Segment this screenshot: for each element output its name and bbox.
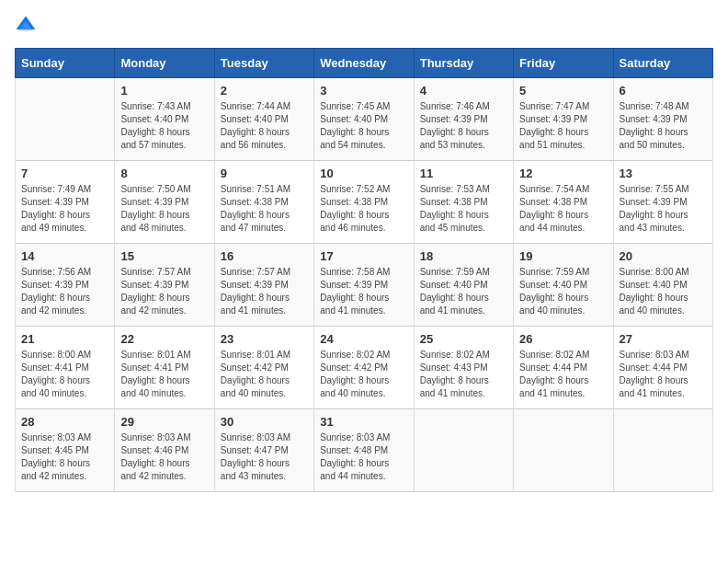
- cell-info: Sunrise: 8:01 AM Sunset: 4:42 PM Dayligh…: [221, 349, 308, 400]
- calendar-cell: 13Sunrise: 7:55 AM Sunset: 4:39 PM Dayli…: [613, 161, 712, 244]
- calendar-table: SundayMondayTuesdayWednesdayThursdayFrid…: [15, 48, 713, 492]
- calendar-header-row: SundayMondayTuesdayWednesdayThursdayFrid…: [16, 49, 713, 78]
- cell-info: Sunrise: 7:54 AM Sunset: 4:38 PM Dayligh…: [519, 183, 607, 235]
- cell-info: Sunrise: 7:47 AM Sunset: 4:39 PM Dayligh…: [519, 100, 607, 152]
- column-header-monday: Monday: [115, 49, 214, 78]
- cell-info: Sunrise: 7:48 AM Sunset: 4:39 PM Dayligh…: [620, 100, 707, 152]
- cell-info: Sunrise: 7:55 AM Sunset: 4:39 PM Dayligh…: [620, 183, 707, 235]
- day-number: 14: [21, 249, 108, 263]
- day-number: 22: [120, 332, 208, 346]
- calendar-cell: 30Sunrise: 8:03 AM Sunset: 4:47 PM Dayli…: [214, 409, 313, 492]
- cell-info: Sunrise: 7:59 AM Sunset: 4:40 PM Dayligh…: [519, 266, 607, 317]
- cell-info: Sunrise: 8:02 AM Sunset: 4:42 PM Dayligh…: [320, 349, 407, 400]
- column-header-sunday: Sunday: [16, 49, 115, 78]
- logo-icon: [15, 15, 37, 37]
- calendar-cell: 6Sunrise: 7:48 AM Sunset: 4:39 PM Daylig…: [613, 78, 712, 161]
- day-number: 27: [620, 332, 707, 346]
- day-number: 19: [519, 249, 607, 263]
- calendar-week-row: 14Sunrise: 7:56 AM Sunset: 4:39 PM Dayli…: [16, 244, 713, 327]
- calendar-cell: [16, 78, 115, 161]
- calendar-cell: [514, 409, 613, 492]
- calendar-cell: 11Sunrise: 7:53 AM Sunset: 4:38 PM Dayli…: [414, 161, 513, 244]
- calendar-cell: 23Sunrise: 8:01 AM Sunset: 4:42 PM Dayli…: [214, 327, 313, 409]
- day-number: 18: [420, 249, 507, 263]
- day-number: 30: [221, 415, 308, 429]
- cell-info: Sunrise: 7:52 AM Sunset: 4:38 PM Dayligh…: [320, 183, 407, 235]
- column-header-wednesday: Wednesday: [314, 49, 414, 78]
- calendar-cell: 16Sunrise: 7:57 AM Sunset: 4:39 PM Dayli…: [214, 244, 313, 327]
- cell-info: Sunrise: 7:51 AM Sunset: 4:38 PM Dayligh…: [221, 183, 308, 235]
- calendar-cell: 4Sunrise: 7:46 AM Sunset: 4:39 PM Daylig…: [414, 78, 513, 161]
- cell-info: Sunrise: 8:03 AM Sunset: 4:47 PM Dayligh…: [221, 431, 308, 483]
- day-number: 24: [320, 332, 407, 346]
- calendar-cell: 24Sunrise: 8:02 AM Sunset: 4:42 PM Dayli…: [314, 327, 414, 409]
- calendar-cell: 31Sunrise: 8:03 AM Sunset: 4:48 PM Dayli…: [314, 409, 414, 492]
- day-number: 23: [221, 332, 308, 346]
- day-number: 2: [221, 84, 308, 98]
- day-number: 10: [320, 167, 407, 180]
- calendar-cell: 26Sunrise: 8:02 AM Sunset: 4:44 PM Dayli…: [514, 327, 613, 409]
- day-number: 12: [519, 167, 607, 180]
- day-number: 25: [420, 332, 507, 346]
- calendar-cell: [414, 409, 513, 492]
- calendar-cell: 17Sunrise: 7:58 AM Sunset: 4:39 PM Dayli…: [314, 244, 414, 327]
- cell-info: Sunrise: 7:44 AM Sunset: 4:40 PM Dayligh…: [221, 100, 308, 152]
- cell-info: Sunrise: 7:49 AM Sunset: 4:39 PM Dayligh…: [21, 183, 108, 235]
- cell-info: Sunrise: 7:57 AM Sunset: 4:39 PM Dayligh…: [120, 266, 208, 317]
- calendar-cell: 8Sunrise: 7:50 AM Sunset: 4:39 PM Daylig…: [115, 161, 214, 244]
- calendar-cell: 14Sunrise: 7:56 AM Sunset: 4:39 PM Dayli…: [16, 244, 115, 327]
- calendar-cell: 15Sunrise: 7:57 AM Sunset: 4:39 PM Dayli…: [115, 244, 214, 327]
- day-number: 9: [221, 167, 308, 180]
- cell-info: Sunrise: 8:03 AM Sunset: 4:44 PM Dayligh…: [620, 349, 707, 400]
- day-number: 28: [21, 415, 108, 429]
- calendar-cell: 19Sunrise: 7:59 AM Sunset: 4:40 PM Dayli…: [514, 244, 613, 327]
- calendar-cell: 22Sunrise: 8:01 AM Sunset: 4:41 PM Dayli…: [115, 327, 214, 409]
- calendar-cell: 1Sunrise: 7:43 AM Sunset: 4:40 PM Daylig…: [115, 78, 214, 161]
- calendar-cell: 3Sunrise: 7:45 AM Sunset: 4:40 PM Daylig…: [314, 78, 414, 161]
- calendar-cell: 12Sunrise: 7:54 AM Sunset: 4:38 PM Dayli…: [514, 161, 613, 244]
- day-number: 5: [519, 84, 607, 98]
- calendar-cell: 18Sunrise: 7:59 AM Sunset: 4:40 PM Dayli…: [414, 244, 513, 327]
- cell-info: Sunrise: 7:50 AM Sunset: 4:39 PM Dayligh…: [120, 183, 208, 235]
- calendar-week-row: 7Sunrise: 7:49 AM Sunset: 4:39 PM Daylig…: [16, 161, 713, 244]
- cell-info: Sunrise: 7:53 AM Sunset: 4:38 PM Dayligh…: [420, 183, 507, 235]
- cell-info: Sunrise: 8:00 AM Sunset: 4:40 PM Dayligh…: [620, 266, 707, 317]
- calendar-week-row: 21Sunrise: 8:00 AM Sunset: 4:41 PM Dayli…: [16, 327, 713, 409]
- calendar-cell: 21Sunrise: 8:00 AM Sunset: 4:41 PM Dayli…: [16, 327, 115, 409]
- column-header-saturday: Saturday: [613, 49, 712, 78]
- calendar-week-row: 1Sunrise: 7:43 AM Sunset: 4:40 PM Daylig…: [16, 78, 713, 161]
- calendar-cell: 10Sunrise: 7:52 AM Sunset: 4:38 PM Dayli…: [314, 161, 414, 244]
- cell-info: Sunrise: 8:01 AM Sunset: 4:41 PM Dayligh…: [120, 349, 208, 400]
- cell-info: Sunrise: 8:03 AM Sunset: 4:48 PM Dayligh…: [320, 431, 407, 483]
- column-header-thursday: Thursday: [414, 49, 513, 78]
- calendar-cell: 2Sunrise: 7:44 AM Sunset: 4:40 PM Daylig…: [214, 78, 313, 161]
- cell-info: Sunrise: 8:03 AM Sunset: 4:45 PM Dayligh…: [21, 431, 108, 483]
- day-number: 20: [620, 249, 707, 263]
- calendar-cell: [613, 409, 712, 492]
- calendar-cell: 20Sunrise: 8:00 AM Sunset: 4:40 PM Dayli…: [613, 244, 712, 327]
- day-number: 7: [21, 167, 108, 180]
- page-header: [15, 15, 713, 37]
- day-number: 15: [120, 249, 208, 263]
- calendar-cell: 28Sunrise: 8:03 AM Sunset: 4:45 PM Dayli…: [16, 409, 115, 492]
- cell-info: Sunrise: 8:03 AM Sunset: 4:46 PM Dayligh…: [120, 431, 208, 483]
- day-number: 31: [320, 415, 407, 429]
- day-number: 11: [420, 167, 507, 180]
- calendar-week-row: 28Sunrise: 8:03 AM Sunset: 4:45 PM Dayli…: [16, 409, 713, 492]
- day-number: 1: [120, 84, 208, 98]
- cell-info: Sunrise: 8:00 AM Sunset: 4:41 PM Dayligh…: [21, 349, 108, 400]
- calendar-cell: 9Sunrise: 7:51 AM Sunset: 4:38 PM Daylig…: [214, 161, 313, 244]
- day-number: 6: [620, 84, 707, 98]
- calendar-cell: 5Sunrise: 7:47 AM Sunset: 4:39 PM Daylig…: [514, 78, 613, 161]
- day-number: 29: [120, 415, 208, 429]
- cell-info: Sunrise: 7:57 AM Sunset: 4:39 PM Dayligh…: [221, 266, 308, 317]
- cell-info: Sunrise: 7:45 AM Sunset: 4:40 PM Dayligh…: [320, 100, 407, 152]
- day-number: 26: [519, 332, 607, 346]
- column-header-friday: Friday: [514, 49, 613, 78]
- day-number: 4: [420, 84, 507, 98]
- cell-info: Sunrise: 7:56 AM Sunset: 4:39 PM Dayligh…: [21, 266, 108, 317]
- calendar-cell: 25Sunrise: 8:02 AM Sunset: 4:43 PM Dayli…: [414, 327, 513, 409]
- cell-info: Sunrise: 7:59 AM Sunset: 4:40 PM Dayligh…: [420, 266, 507, 317]
- cell-info: Sunrise: 7:43 AM Sunset: 4:40 PM Dayligh…: [120, 100, 208, 152]
- day-number: 16: [221, 249, 308, 263]
